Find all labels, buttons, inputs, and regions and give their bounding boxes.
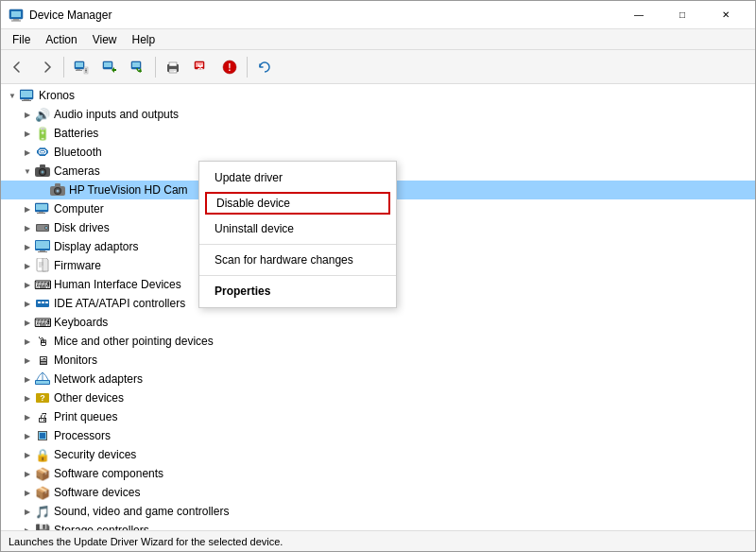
audio-expand-icon[interactable]: ▶: [20, 107, 35, 122]
context-menu: Update driver Disable device Uninstall d…: [198, 161, 397, 308]
forward-button[interactable]: [33, 54, 60, 80]
mice-icon: 🖱: [35, 334, 50, 349]
tree-item-print[interactable]: ▶ 🖨 Print queues: [1, 407, 755, 426]
sw-components-label: Software components: [54, 467, 163, 480]
svg-rect-33: [40, 164, 45, 168]
other-label: Other devices: [54, 391, 124, 405]
sw-devices-icon: 📦: [35, 485, 50, 500]
security-expand-icon[interactable]: ▶: [20, 447, 35, 462]
print-expand-icon[interactable]: ▶: [20, 409, 35, 424]
root-expand-icon[interactable]: ▼: [5, 88, 20, 103]
audio-label: Audio inputs and outputs: [54, 108, 179, 121]
menu-file[interactable]: File: [5, 31, 38, 48]
refresh-button[interactable]: [251, 54, 278, 80]
tree-item-monitors[interactable]: ▶ 🖥 Monitors: [1, 351, 755, 370]
menu-action[interactable]: Action: [38, 31, 84, 48]
processors-expand-icon[interactable]: ▶: [20, 428, 35, 443]
sw-devices-expand-icon[interactable]: ▶: [20, 485, 35, 500]
tree-item-other[interactable]: ▶ ? Other devices: [1, 388, 755, 407]
svg-rect-20: [170, 71, 174, 72]
svg-rect-15: [132, 62, 140, 67]
svg-rect-13: [104, 62, 112, 67]
toolbar-sep-3: [247, 57, 248, 78]
ctx-update-driver[interactable]: Update driver: [199, 165, 396, 190]
display-label: Display adaptors: [54, 240, 138, 253]
tree-root[interactable]: ▼ Kronos: [1, 86, 755, 105]
network-label: Network adapters: [54, 372, 143, 386]
other-expand-icon[interactable]: ▶: [20, 390, 35, 405]
close-button[interactable]: ✕: [704, 1, 747, 29]
tree-item-audio[interactable]: ▶ 🔊 Audio inputs and outputs: [1, 105, 755, 124]
tree-item-batteries[interactable]: ▶ 🔋 Batteries: [1, 124, 755, 143]
tree-item-sw-devices[interactable]: ▶ 📦 Software devices: [1, 483, 755, 502]
ctx-properties[interactable]: Properties: [199, 279, 396, 303]
print-queue-icon: 🖨: [35, 409, 50, 424]
maximize-button[interactable]: □: [661, 1, 704, 29]
svg-rect-5: [76, 62, 83, 67]
delete-button[interactable]: [188, 54, 215, 80]
update-driver-button[interactable]: [96, 54, 123, 80]
other-icon: ?: [35, 390, 50, 405]
tree-item-mice[interactable]: ▶ 🖱 Mice and other pointing devices: [1, 332, 755, 351]
print-button[interactable]: [160, 54, 186, 80]
keyboards-icon: ⌨: [35, 315, 50, 330]
batteries-label: Batteries: [54, 127, 98, 140]
disk-icon: [35, 220, 50, 235]
svg-point-32: [42, 171, 44, 174]
tree-item-network[interactable]: ▶ Network adapters: [1, 370, 755, 388]
ide-expand-icon[interactable]: ▶: [20, 296, 35, 311]
bluetooth-label: Bluetooth: [54, 146, 102, 159]
scan-button[interactable]: [125, 54, 151, 80]
cameras-expand-icon[interactable]: ▼: [20, 164, 35, 179]
svg-rect-50: [38, 251, 47, 252]
tree-item-keyboards[interactable]: ▶ ⌨ Keyboards: [1, 313, 755, 332]
disk-expand-icon[interactable]: ▶: [20, 220, 35, 235]
help-button[interactable]: !: [216, 54, 243, 80]
monitors-expand-icon[interactable]: ▶: [20, 353, 35, 368]
sw-components-expand-icon[interactable]: ▶: [20, 466, 35, 481]
svg-rect-42: [37, 213, 45, 214]
svg-rect-38: [55, 183, 60, 187]
app-icon: [9, 8, 24, 23]
mice-expand-icon[interactable]: ▶: [20, 334, 35, 349]
ctx-scan-hardware[interactable]: Scan for hardware changes: [199, 248, 396, 272]
firmware-expand-icon[interactable]: ▶: [20, 258, 35, 273]
hp-camera-label: HP TrueVision HD Cam: [69, 183, 188, 197]
storage-label: Storage controllers: [54, 524, 149, 530]
tree-item-storage[interactable]: ▶ 💾 Storage controllers: [1, 521, 755, 530]
batteries-expand-icon[interactable]: ▶: [20, 126, 35, 141]
batteries-icon: 🔋: [35, 126, 50, 141]
back-button[interactable]: [5, 54, 31, 80]
tree-item-bluetooth[interactable]: ▶ ⭖ Bluetooth: [1, 143, 755, 162]
ide-icon: [35, 296, 50, 311]
sound-icon: 🎵: [35, 504, 50, 519]
computer-expand-icon[interactable]: ▶: [20, 201, 35, 216]
monitors-icon: 🖥: [35, 353, 50, 368]
network-expand-icon[interactable]: ▶: [20, 371, 35, 387]
ctx-disable-device[interactable]: Disable device: [205, 192, 390, 215]
display-icon: [35, 239, 50, 254]
menu-view[interactable]: View: [85, 31, 125, 48]
ctx-uninstall-device[interactable]: Uninstall device: [199, 216, 396, 241]
tree-item-processors[interactable]: ▶ Processors: [1, 426, 755, 445]
status-bar: Launches the Update Driver Wizard for th…: [1, 530, 755, 551]
tree-item-security[interactable]: ▶ 🔒 Security devices: [1, 445, 755, 464]
svg-rect-3: [11, 20, 21, 21]
firmware-icon: [35, 258, 50, 273]
display-expand-icon[interactable]: ▶: [20, 239, 35, 254]
show-properties-button[interactable]: [68, 54, 94, 80]
storage-expand-icon[interactable]: ▶: [20, 523, 35, 530]
sound-expand-icon[interactable]: ▶: [20, 504, 35, 519]
bluetooth-expand-icon[interactable]: ▶: [20, 145, 35, 160]
svg-rect-27: [24, 99, 29, 100]
svg-rect-28: [22, 100, 31, 101]
hp-camera-icon: [50, 182, 65, 198]
title-bar-controls: — □ ✕: [617, 1, 747, 29]
minimize-button[interactable]: —: [617, 1, 661, 29]
audio-icon: 🔊: [35, 107, 50, 122]
computer-icon: [20, 88, 35, 103]
tree-item-sound[interactable]: ▶ 🎵 Sound, video and game controllers: [1, 502, 755, 521]
svg-rect-48: [36, 241, 49, 249]
menu-help[interactable]: Help: [125, 31, 163, 48]
tree-item-sw-components[interactable]: ▶ 📦 Software components: [1, 464, 755, 483]
